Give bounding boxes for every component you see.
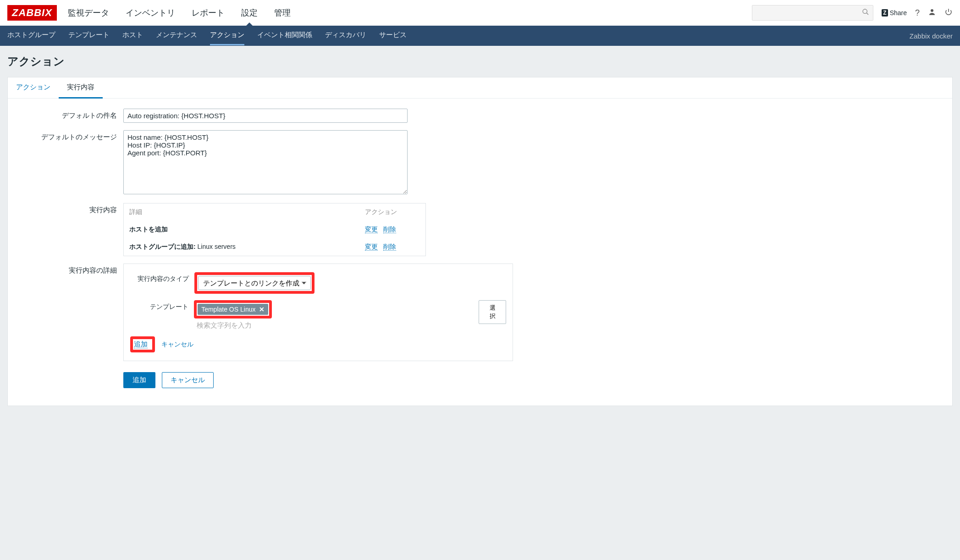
template-search-hint[interactable]: 検索文字列を入力 [194, 318, 474, 330]
subnav-templates[interactable]: テンプレート [68, 26, 110, 45]
share-button[interactable]: Z Share [882, 9, 907, 16]
main-nav: 監視データ インベントリ レポート 設定 管理 [66, 0, 292, 26]
cancel-button[interactable]: キャンセル [162, 372, 214, 388]
svg-point-2 [931, 9, 933, 12]
ops-change-link[interactable]: 変更 [365, 243, 378, 251]
nav-reports[interactable]: レポート [190, 0, 226, 26]
inline-add-link[interactable]: 追加 [134, 340, 148, 348]
inline-cancel-link[interactable]: キャンセル [161, 340, 193, 348]
message-label: デフォルトのメッセージ [18, 130, 123, 196]
close-icon[interactable]: ✕ [259, 306, 265, 313]
operations-label: 実行内容 [18, 203, 123, 256]
highlight-add: 追加 [130, 336, 155, 352]
nav-administration[interactable]: 管理 [272, 0, 292, 26]
highlight-type: テンプレートとのリンクを作成 [194, 272, 314, 294]
ops-row-name: ホストを追加 [129, 225, 168, 233]
subnav-discovery[interactable]: ディスカバリ [325, 26, 366, 45]
ops-header-action: アクション [365, 208, 420, 216]
ops-row: ホストを追加 変更 削除 [124, 221, 425, 238]
template-label: テンプレート [130, 300, 194, 311]
tabs: アクション 実行内容 [8, 77, 952, 99]
logo[interactable]: ZABBIX [7, 5, 57, 21]
subnav-hostgroups[interactable]: ホストグループ [7, 26, 55, 45]
ops-delete-link[interactable]: 削除 [383, 225, 396, 233]
svg-point-0 [863, 9, 867, 13]
form: デフォルトの件名 デフォルトのメッセージ Host name: {HOST.HO… [8, 99, 952, 406]
nav-monitoring[interactable]: 監視データ [66, 0, 111, 26]
svg-line-1 [866, 13, 868, 15]
share-label: Share [890, 9, 907, 16]
subnav-actions[interactable]: アクション [210, 26, 244, 45]
ops-row: ホストグループに追加: Linux servers 変更 削除 [124, 238, 425, 256]
user-icon[interactable] [928, 8, 936, 18]
subnav: ホストグループ テンプレート ホスト メンテナンス アクション イベント相関関係… [0, 26, 960, 46]
ops-delete-link[interactable]: 削除 [383, 243, 396, 251]
subnav-event-correlation[interactable]: イベント相関関係 [257, 26, 312, 45]
page-title: アクション [0, 46, 960, 77]
share-z-icon: Z [882, 9, 888, 16]
nav-configuration[interactable]: 設定 [239, 0, 259, 26]
template-tag[interactable]: Template OS Linux ✕ [198, 304, 268, 315]
select-button[interactable]: 選択 [479, 300, 506, 324]
search-icon[interactable] [862, 8, 869, 17]
subnav-hosts[interactable]: ホスト [122, 26, 143, 45]
operation-type-select[interactable]: テンプレートとのリンクを作成 [198, 276, 311, 290]
subject-label: デフォルトの件名 [18, 109, 123, 123]
ops-header-detail: 詳細 [129, 208, 365, 216]
template-tag-label: Template OS Linux [201, 306, 255, 313]
help-icon[interactable]: ? [915, 8, 920, 18]
search-box[interactable] [752, 5, 873, 21]
subject-input[interactable] [123, 109, 408, 123]
highlight-template: Template OS Linux ✕ [194, 300, 272, 318]
power-icon[interactable] [944, 8, 953, 18]
subnav-maintenance[interactable]: メンテナンス [156, 26, 197, 45]
tab-action[interactable]: アクション [8, 77, 59, 98]
subnav-right-label: Zabbix docker [910, 32, 953, 40]
add-button[interactable]: 追加 [123, 372, 155, 388]
panel: アクション 実行内容 デフォルトの件名 デフォルトのメッセージ Host nam… [7, 77, 953, 406]
operations-table: 詳細 アクション ホストを追加 変更 削除 ホストグループに追加: Linux … [123, 203, 426, 256]
search-input[interactable] [756, 10, 862, 16]
type-label: 実行内容のタイプ [130, 272, 194, 283]
ops-change-link[interactable]: 変更 [365, 225, 378, 233]
ops-row-name: ホストグループに追加: [129, 243, 196, 250]
subnav-services[interactable]: サービス [379, 26, 407, 45]
topbar: ZABBIX 監視データ インベントリ レポート 設定 管理 Z Share ? [0, 0, 960, 26]
topbar-right: Z Share ? [752, 5, 953, 21]
nav-inventory[interactable]: インベントリ [124, 0, 177, 26]
ops-row-detail: Linux servers [196, 243, 236, 250]
operation-details-label: 実行内容の詳細 [18, 264, 123, 361]
tab-operations[interactable]: 実行内容 [59, 77, 103, 99]
message-textarea[interactable]: Host name: {HOST.HOST} Host IP: {HOST.IP… [123, 130, 408, 194]
operation-details-box: 実行内容のタイプ テンプレートとのリンクを作成 テンプレート [123, 264, 513, 361]
